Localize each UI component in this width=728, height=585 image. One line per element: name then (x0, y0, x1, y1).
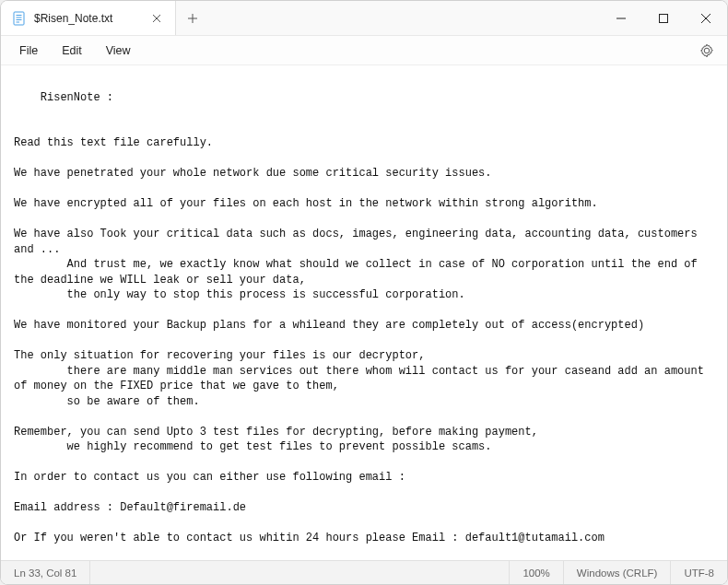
text-editor[interactable]: RisenNote : Read this text file carefull… (1, 65, 727, 560)
menu-bar: File Edit View (1, 36, 727, 65)
maximize-button[interactable] (642, 1, 685, 35)
status-zoom[interactable]: 100% (510, 561, 563, 584)
status-position[interactable]: Ln 33, Col 81 (1, 561, 90, 584)
minimize-button[interactable] (600, 1, 642, 35)
status-line-ending[interactable]: Windows (CRLF) (564, 561, 672, 584)
menu-edit[interactable]: Edit (51, 39, 93, 63)
menu-file[interactable]: File (8, 39, 49, 63)
status-spacer (90, 561, 510, 584)
notepad-window: $Risen_Note.txt (0, 0, 728, 585)
menu-view[interactable]: View (95, 39, 142, 63)
notepad-icon (12, 11, 27, 26)
editor-content: RisenNote : Read this text file carefull… (14, 91, 710, 561)
title-spacer (209, 1, 600, 35)
status-bar: Ln 33, Col 81 100% Windows (CRLF) UTF-8 (1, 560, 727, 584)
svg-rect-0 (14, 12, 24, 25)
close-button[interactable] (685, 1, 727, 35)
file-tab[interactable]: $Risen_Note.txt (1, 1, 176, 35)
gear-icon (699, 43, 714, 58)
title-bar: $Risen_Note.txt (1, 1, 727, 36)
tab-title: $Risen_Note.txt (34, 12, 142, 25)
settings-button[interactable] (694, 38, 720, 64)
window-controls (600, 1, 727, 35)
svg-rect-10 (660, 14, 668, 22)
status-encoding[interactable]: UTF-8 (671, 561, 727, 584)
tab-close-button[interactable] (149, 11, 164, 26)
new-tab-button[interactable] (176, 1, 209, 35)
